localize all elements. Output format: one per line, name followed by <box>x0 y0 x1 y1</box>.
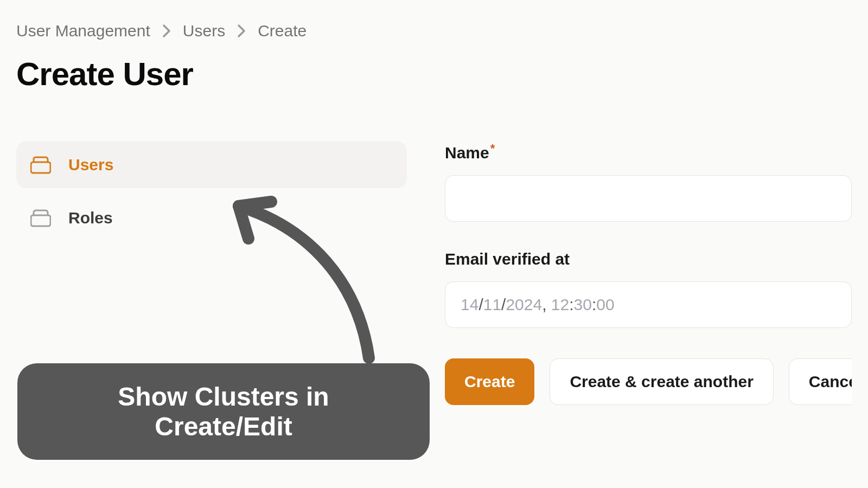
folder-icon <box>30 156 51 174</box>
annotation-text-line: Show Clusters in <box>47 382 400 412</box>
folder-icon <box>30 209 51 227</box>
email-verified-at-label: Email verified at <box>445 250 852 268</box>
breadcrumb-item-users[interactable]: Users <box>183 22 225 40</box>
breadcrumb-item-user-management[interactable]: User Management <box>16 22 150 40</box>
field-name: Name* <box>445 142 852 222</box>
create-and-create-another-button[interactable]: Create & create another <box>550 358 773 405</box>
breadcrumb: User Management Users Create <box>16 22 852 40</box>
email-verified-at-input[interactable]: 14/11/2024, 12:30:00 <box>445 281 852 328</box>
sidebar-item-label: Users <box>68 156 113 174</box>
annotation-text-line: Create/Edit <box>47 412 400 441</box>
create-button[interactable]: Create <box>445 358 534 405</box>
annotation-callout: Show Clusters in Create/Edit <box>17 363 430 460</box>
form-actions: Create Create & create another Cancel <box>445 358 852 405</box>
breadcrumb-item-create: Create <box>258 22 307 40</box>
sidebar: Users Roles <box>16 142 407 241</box>
name-input[interactable] <box>445 175 852 222</box>
cancel-button[interactable]: Cancel <box>789 358 852 405</box>
create-user-form: Name* Email verified at 14/11/2024, 12:3… <box>445 142 852 405</box>
sidebar-item-users[interactable]: Users <box>16 142 407 188</box>
sidebar-item-label: Roles <box>68 209 113 227</box>
sidebar-item-roles[interactable]: Roles <box>16 195 407 241</box>
chevron-right-icon <box>237 24 246 38</box>
required-indicator: * <box>490 142 495 155</box>
page-title: Create User <box>16 55 852 93</box>
name-label: Name* <box>445 142 852 162</box>
chevron-right-icon <box>162 24 171 38</box>
field-email-verified-at: Email verified at 14/11/2024, 12:30:00 <box>445 250 852 328</box>
